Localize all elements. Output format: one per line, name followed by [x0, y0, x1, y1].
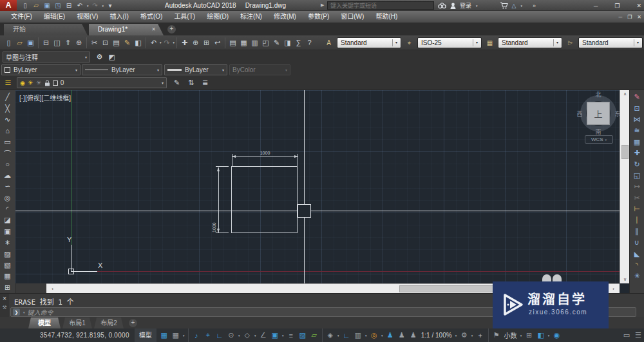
tab-start[interactable]: 开始: [4, 24, 88, 35]
vertical-scrollbar[interactable]: ∧ ∨: [620, 90, 629, 283]
insert-block-icon[interactable]: ◪: [2, 214, 14, 225]
arc-icon[interactable]: ⌒: [2, 147, 14, 158]
polar-tracking-caret-icon[interactable]: ▾: [237, 328, 242, 342]
scroll-right-icon[interactable]: ›: [609, 286, 618, 292]
object-snap-icon[interactable]: ▣: [269, 328, 281, 342]
offset-icon[interactable]: ≋: [631, 125, 643, 136]
zoom-previous-icon[interactable]: ↩: [212, 37, 223, 49]
plot-icon[interactable]: ⊟: [64, 1, 73, 10]
selection-filtering-icon[interactable]: ▥: [352, 328, 364, 342]
workspace-caret-icon[interactable]: ▾: [85, 55, 87, 59]
menu-item-6[interactable]: 绘图(D): [201, 11, 234, 23]
mleader-style-caret-icon[interactable]: ▾: [634, 39, 639, 46]
rotate-icon[interactable]: ↻: [631, 158, 643, 169]
array-icon[interactable]: ▦: [631, 137, 643, 147]
command-recent-caret-icon[interactable]: ▾: [23, 310, 25, 314]
selection-filtering-caret-icon[interactable]: ▾: [364, 328, 368, 342]
doc-close-button[interactable]: ✕: [637, 14, 641, 20]
tab-layout1[interactable]: 布局1: [62, 318, 92, 328]
join-icon[interactable]: ∪: [631, 237, 643, 248]
gizmo-icon[interactable]: ◎: [368, 328, 380, 342]
qnew-icon[interactable]: ▯: [3, 37, 14, 49]
viewcube-west-label[interactable]: 西: [575, 109, 584, 118]
drawing-canvas[interactable]: [-][俯视][二维线框] 1000 1000 Y X 上 北 西 东 南: [15, 90, 620, 283]
polar-tracking-icon[interactable]: ⊙: [225, 328, 237, 342]
dim-style-combo[interactable]: ISO-25 ▾: [417, 37, 482, 48]
layer-unlock-icon[interactable]: [44, 80, 50, 86]
scroll-left-icon[interactable]: ‹: [48, 286, 57, 292]
ellipse-icon[interactable]: ◎: [2, 193, 14, 204]
snap-mode-icon[interactable]: ▦: [170, 328, 182, 342]
point-icon[interactable]: ∗: [2, 237, 14, 248]
save-as-icon[interactable]: ◳: [53, 1, 62, 10]
tab-model[interactable]: 模型: [28, 318, 61, 328]
plot-icon[interactable]: ⊟: [41, 37, 52, 49]
annotation-add-scales-icon[interactable]: +: [475, 328, 486, 342]
layer-thaw-sun-icon[interactable]: ☀: [28, 79, 33, 86]
coordinates-readout[interactable]: 3547.4732, 921.8195, 0.0000: [40, 332, 129, 339]
lineweight-icon[interactable]: ≡: [285, 328, 297, 342]
infer-constraints-icon[interactable]: ♪: [191, 328, 202, 342]
scroll-down-icon[interactable]: ∨: [620, 277, 630, 282]
hatch-icon[interactable]: ▨: [2, 248, 14, 259]
viewcube-north-label[interactable]: 北: [594, 90, 603, 99]
scroll-up-icon[interactable]: ∧: [620, 91, 630, 97]
vertical-scroll-thumb[interactable]: [621, 145, 629, 159]
table-style-combo[interactable]: Standard ▾: [498, 37, 562, 48]
linetype-combo[interactable]: ByLayer ▾: [82, 64, 162, 75]
render-icon[interactable]: ◨: [282, 37, 293, 49]
redo-caret-icon[interactable]: ▾: [173, 41, 175, 44]
horizontal-scroll-thumb[interactable]: [399, 285, 501, 292]
menu-item-0[interactable]: 文件(F): [5, 11, 38, 23]
region-icon[interactable]: ▦: [2, 271, 14, 281]
workspace-settings-gear-icon[interactable]: ⚙: [94, 52, 105, 62]
annotation-scale-value[interactable]: 1:1 / 100%: [419, 332, 454, 339]
publish-icon[interactable]: ⇑: [62, 37, 73, 49]
undo-icon[interactable]: ↶: [148, 37, 159, 49]
drawn-rectangle[interactable]: [231, 166, 298, 233]
polyline-icon[interactable]: ∿: [2, 114, 14, 125]
match-properties-icon[interactable]: ✎: [122, 37, 133, 49]
ortho-mode-icon[interactable]: ∟: [214, 328, 225, 342]
open-icon[interactable]: ▱: [14, 37, 25, 49]
line-icon[interactable]: ╱: [2, 91, 14, 102]
graphics-performance-caret-icon[interactable]: ▾: [547, 328, 551, 342]
break-at-point-icon[interactable]: ∣: [631, 214, 643, 225]
pan-icon[interactable]: ✚: [179, 37, 190, 49]
mleader-style-combo[interactable]: Standard ▾: [578, 37, 643, 48]
isolate-objects-icon[interactable]: ◉: [551, 328, 563, 342]
layer-on-bulb-icon[interactable]: ◉: [20, 80, 25, 86]
extend-icon[interactable]: ⊢: [631, 204, 643, 214]
circle-icon[interactable]: ○: [2, 158, 14, 169]
customize-qat-icon[interactable]: ▾: [106, 1, 115, 10]
minimize-button[interactable]: ─: [594, 3, 598, 9]
workspace-save-icon[interactable]: ◩: [106, 52, 117, 62]
text-style-combo[interactable]: Standard ▾: [337, 37, 401, 48]
trim-icon[interactable]: ✂: [631, 193, 643, 204]
command-close-icon[interactable]: ✕: [3, 296, 7, 301]
layer-combo[interactable]: ◉ ☀ ☀ 0 ▾: [17, 77, 167, 88]
tab-layout2[interactable]: 布局2: [94, 318, 124, 328]
annotation-visibility-icon[interactable]: ♟: [384, 328, 396, 342]
user-icon[interactable]: [450, 3, 456, 9]
construction-line-icon[interactable]: ╳: [2, 102, 14, 113]
3d-object-snap-caret-icon[interactable]: ▾: [336, 328, 341, 342]
dim-style-caret-icon[interactable]: ▾: [473, 39, 478, 46]
menu-item-9[interactable]: 参数(P): [302, 11, 335, 23]
tab-close-icon[interactable]: ✕: [151, 24, 156, 35]
zoom-realtime-icon[interactable]: ⊕: [190, 37, 201, 49]
doc-minimize-button[interactable]: ─: [618, 14, 622, 20]
layer-properties-manager-icon[interactable]: ☰: [3, 77, 14, 88]
move-icon[interactable]: ✚: [631, 147, 643, 158]
quick-calc-icon[interactable]: ∑: [293, 37, 304, 49]
zoom-window-icon[interactable]: ⊞: [201, 37, 212, 49]
menu-item-3[interactable]: 插入(I): [104, 11, 134, 23]
new-tab-button[interactable]: +: [167, 25, 176, 33]
designcenter-icon[interactable]: ▦: [238, 37, 249, 49]
restore-button[interactable]: ❐: [614, 3, 620, 9]
selection-cycling-icon[interactable]: ▱: [308, 328, 320, 342]
table-style-caret-icon[interactable]: ▾: [553, 39, 558, 46]
make-block-icon[interactable]: ▣: [2, 226, 14, 237]
clean-screen-icon[interactable]: ▭: [621, 328, 632, 342]
layer-previous-icon[interactable]: ⇅: [185, 77, 196, 88]
